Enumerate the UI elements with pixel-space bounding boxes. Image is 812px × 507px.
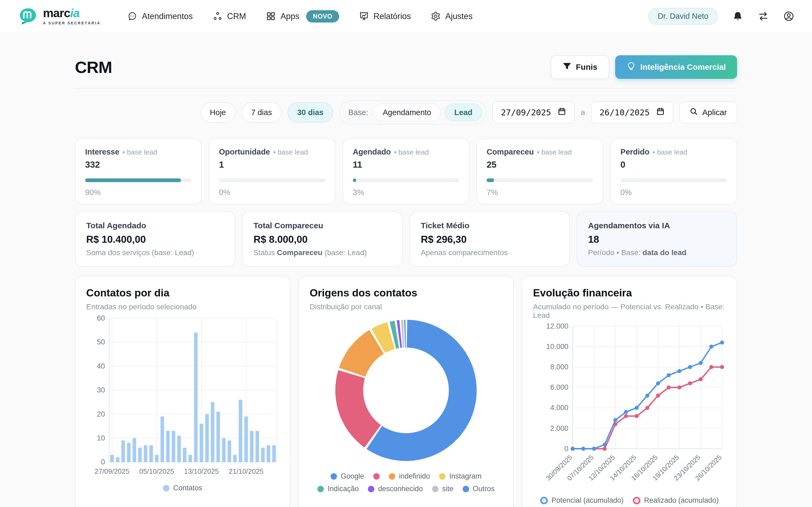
svg-text:30: 30 (97, 386, 105, 394)
svg-text:10.000: 10.000 (546, 343, 568, 351)
base-filter-label: Base: (348, 108, 368, 117)
legend-item-realizado-acumulado[interactable]: Realizado (acumulado) (633, 496, 719, 505)
nav-item-atendimentos[interactable]: Atendimentos (127, 11, 193, 21)
chart-title: Evolução financeira (533, 287, 726, 299)
date-from-input[interactable]: 27/09/2025 (492, 101, 575, 123)
nav-item-apps[interactable]: AppsNOVO (266, 10, 339, 22)
quick-filter-7-dias[interactable]: 7 dias (241, 102, 282, 123)
chart-legend: GoogleindefinidoInstagram (310, 472, 502, 481)
legend-label: Contatos (173, 484, 202, 492)
chart-legend: Contatos (86, 484, 279, 492)
summary-card-value: 18 (588, 234, 726, 245)
apply-button[interactable]: Aplicar (679, 101, 737, 123)
funnel-card-meta: • base lead (273, 148, 308, 156)
nav-item-relatorios[interactable]: Relatórios (359, 11, 411, 21)
legend-item-google[interactable]: Google (331, 472, 364, 481)
svg-text:8.000: 8.000 (550, 363, 568, 371)
legend-marker (389, 473, 395, 480)
funis-button[interactable]: Funis (551, 55, 609, 79)
page-header-row: CRM Funis Inteligência Comercial (75, 55, 737, 79)
quick-filter-hoje[interactable]: Hoje (200, 102, 236, 123)
chart-legend: Potencial (acumulado)Realizado (acumulad… (533, 496, 726, 505)
chat-icon (127, 11, 137, 21)
legend-item-indefinido[interactable]: indefinido (389, 472, 430, 481)
legend-marker (540, 497, 548, 504)
funnel-card-meta: • base lead (653, 148, 688, 156)
funis-label: Funis (576, 62, 598, 72)
novo-badge: NOVO (306, 10, 339, 22)
legend-marker (373, 473, 380, 480)
svg-text:20: 20 (97, 410, 105, 418)
legend-marker (331, 473, 337, 480)
base-option-agendamento[interactable]: Agendamento (373, 104, 441, 121)
switch-account-icon[interactable] (758, 11, 769, 22)
legend-marker (463, 486, 469, 492)
quick-range-chips: Hoje7 dias30 dias (200, 102, 333, 123)
svg-text:6.000: 6.000 (550, 383, 568, 391)
brand-logo[interactable]: marcia A SUPER SECRETÁRIA (18, 6, 100, 26)
legend-marker (163, 485, 169, 492)
quick-filter-30-dias[interactable]: 30 dias (288, 102, 333, 123)
legend-item-desconhecido[interactable]: desconhecido (368, 485, 423, 493)
summary-card-subtitle: Soma dos serviços (base: Lead) (86, 248, 224, 257)
summary-card-total-agendado: Total AgendadoR$ 10.400,00Soma dos servi… (75, 211, 235, 267)
legend-marker (368, 486, 374, 492)
funnel-card-meta: • base lead (122, 148, 157, 156)
svg-text:0: 0 (101, 458, 105, 466)
funnel-progress-track (620, 178, 727, 182)
funnel-icon (563, 62, 571, 72)
chart-subtitle: Entradas no período selecionado (86, 302, 279, 311)
gear-icon (431, 11, 441, 21)
summary-card-total-compareceu: Total CompareceuR$ 8.000,00Status Compar… (242, 211, 403, 267)
legend-item-contatos[interactable]: Contatos (163, 484, 202, 492)
chart-title: Origens dos contatos (310, 287, 502, 299)
summary-card-subtitle: Status Compareceu (base: Lead) (253, 248, 391, 257)
nav-item-ajustes[interactable]: Ajustes (431, 11, 472, 21)
brand-logo-icon (18, 6, 38, 26)
evolucao-financeira-chart: 02.0004.0006.0008.00010.00012.00030/09/2… (533, 322, 726, 496)
legend-item-site[interactable]: site (432, 485, 454, 493)
svg-text:0: 0 (564, 445, 568, 453)
legend-item-item[interactable] (373, 473, 380, 480)
user-account-icon[interactable] (783, 11, 794, 22)
current-user-pill[interactable]: Dr. David Neto (648, 8, 718, 25)
funnel-progress-fill (487, 178, 494, 182)
funnel-card-value: 25 (487, 160, 593, 170)
apply-label: Aplicar (702, 108, 727, 117)
nav-label: CRM (227, 11, 246, 21)
top-navigation-bar: marcia A SUPER SECRETÁRIA AtendimentosCR… (0, 0, 812, 33)
calendar-icon (557, 107, 566, 118)
funnel-card-title: Compareceu (487, 148, 534, 156)
nodes-icon (213, 11, 222, 21)
summary-card-value: R$ 8.000,00 (253, 234, 391, 245)
funnel-card-oportunidade: Oportunidade• base lead10% (209, 138, 336, 205)
svg-text:2.000: 2.000 (550, 425, 568, 433)
funnel-card-title: Perdido (620, 148, 650, 156)
brand-name: marcia (43, 7, 100, 19)
legend-item-indicacao[interactable]: Indicação (317, 485, 359, 493)
origens-dos-contatos-chart (310, 313, 502, 468)
date-to-input[interactable]: 26/10/2025 (591, 101, 674, 123)
funnel-card-title: Interesse (85, 148, 119, 156)
funnel-card-meta: • base lead (394, 148, 429, 156)
chart-card-origens-dos-contatos: Origens dos contatosDistribuição por can… (298, 276, 514, 507)
svg-text:05/10/2025: 05/10/2025 (139, 467, 174, 475)
funnel-card-value: 332 (85, 160, 192, 170)
notifications-bell-icon[interactable] (732, 11, 743, 22)
svg-text:60: 60 (97, 314, 105, 322)
inteligencia-comercial-button[interactable]: Inteligência Comercial (615, 55, 737, 79)
funnel-card-value: 0 (620, 160, 727, 170)
chart-legend: IndicaçãodesconhecidositeOutros (310, 485, 502, 493)
legend-item-potencial-acumulado[interactable]: Potencial (acumulado) (540, 496, 624, 505)
legend-item-instagram[interactable]: Instagram (439, 472, 481, 481)
legend-marker (439, 473, 446, 480)
filter-row: Hoje7 dias30 dias Base: AgendamentoLead … (75, 100, 737, 124)
main-content: CRM Funis Inteligência Comercial Hoje7 d… (0, 33, 812, 507)
funnel-progress-track (353, 178, 459, 182)
base-option-lead[interactable]: Lead (445, 104, 482, 121)
funnel-card-interesse: Interesse• base lead33290% (75, 138, 202, 205)
nav-item-crm[interactable]: CRM (213, 11, 246, 21)
summary-card-value: R$ 296,30 (421, 234, 559, 245)
legend-item-outros[interactable]: Outros (463, 485, 495, 493)
summary-card-title: Total Compareceu (253, 221, 391, 230)
